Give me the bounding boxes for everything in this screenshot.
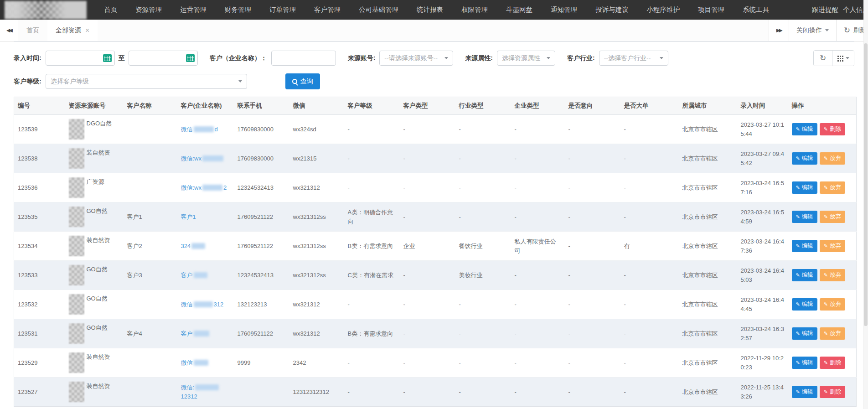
company-link[interactable]: 微信 — [181, 359, 209, 366]
nav-item[interactable]: 投诉与建议 — [586, 0, 638, 20]
tab-scroll-left-button[interactable]: ◀◀ — [0, 20, 18, 41]
filter-panel: 录入时间: 至 客户（企业名称）： 来源账号: --请选择来源账号-- — [14, 41, 854, 89]
edit-pencil-icon: ✎ — [824, 389, 828, 395]
company-link[interactable]: 微信d — [181, 126, 218, 133]
edit-button[interactable]: ✎编辑 — [792, 152, 817, 165]
customer-name-label: 客户（企业名称）： — [210, 54, 267, 62]
nav-item[interactable]: 项目管理 — [689, 0, 734, 20]
cell-operations: ✎编辑✎删除 — [788, 378, 857, 407]
cell-customer-type: - — [400, 319, 455, 348]
tab-scroll-right-button[interactable]: ▶▶ — [769, 20, 789, 41]
company-link-text: 客户1 — [181, 213, 196, 220]
edit-pencil-icon: ✎ — [824, 331, 828, 337]
source-account-text: 装自然资 — [87, 352, 110, 362]
source-account-select[interactable]: --请选择来源账号-- — [379, 51, 453, 66]
company-link[interactable]: 324 — [181, 243, 207, 249]
close-operations-dropdown[interactable]: 关闭操作 — [789, 20, 836, 41]
customer-name-input[interactable] — [271, 51, 336, 66]
edit-button[interactable]: ✎编辑 — [792, 240, 817, 252]
tab[interactable]: 全部资源× — [47, 20, 98, 41]
company-link[interactable]: 微信:wx2 — [181, 184, 227, 191]
edit-button[interactable]: ✎编辑 — [792, 123, 817, 135]
nav-item[interactable]: 公司基础管理 — [350, 0, 408, 20]
abandon-button[interactable]: ✎放弃 — [820, 240, 845, 252]
company-link-text: 客户 — [181, 272, 193, 279]
delete-button[interactable]: ✎删除 — [820, 386, 845, 398]
customer-industry-label: 客户行业: — [567, 54, 595, 62]
table-row: 123529装自然资微信99992342------北京市市辖区2022-11-… — [14, 348, 857, 378]
company-link[interactable]: 微信:12312 — [181, 384, 220, 400]
nav-item[interactable]: 财务管理 — [216, 0, 260, 20]
cell-id: 123527 — [14, 378, 65, 407]
edit-button[interactable]: ✎编辑 — [792, 386, 817, 398]
entry-time-filter: 录入时间: 至 — [14, 51, 198, 66]
nav-item[interactable]: 斗墨网盘 — [497, 0, 542, 20]
edit-button[interactable]: ✎编辑 — [792, 269, 817, 281]
abandon-button[interactable]: ✎放弃 — [820, 181, 845, 194]
cell-intent: - — [565, 144, 620, 173]
company-link[interactable]: 微信:wx — [181, 155, 225, 162]
columns-toggle-button[interactable] — [832, 51, 854, 66]
tabbar-right-controls: ▶▶ 关闭操作 ↻ 刷新 — [769, 20, 868, 41]
search-button[interactable]: 查询 — [285, 73, 320, 89]
cell-enterprise-type: - — [511, 290, 565, 319]
table-row: 123534装自然资客户232417609521122wx321312ssB类：… — [14, 232, 857, 261]
nav-item[interactable]: 系统工具 — [734, 0, 778, 20]
nav-item[interactable]: 通知管理 — [542, 0, 586, 20]
abandon-button[interactable]: ✎放弃 — [820, 152, 845, 165]
customer-industry-select[interactable]: --选择客户行业-- — [599, 51, 668, 66]
cell-enterprise-type: - — [511, 115, 565, 144]
company-link[interactable]: 微信312 — [181, 301, 224, 308]
nav-item[interactable]: 资源管理 — [126, 0, 171, 20]
tab[interactable]: 首页 — [18, 20, 47, 41]
edit-pencil-icon: ✎ — [796, 185, 800, 191]
company-link[interactable]: 客户 — [181, 272, 208, 279]
delete-button[interactable]: ✎删除 — [820, 357, 845, 369]
cell-industry: - — [455, 202, 511, 232]
delete-button[interactable]: ✎删除 — [820, 123, 845, 135]
abandon-button[interactable]: ✎放弃 — [820, 327, 845, 340]
calendar-icon[interactable] — [103, 54, 112, 62]
source-account-text: 装自然资 — [87, 148, 110, 157]
edit-button[interactable]: ✎编辑 — [792, 327, 817, 340]
edit-button[interactable]: ✎编辑 — [792, 211, 817, 223]
nav-items: 首页资源管理运营管理财务管理订单管理客户管理公司基础管理统计报表权限管理斗墨网盘… — [95, 0, 778, 20]
cell-city: 北京市市辖区 — [679, 115, 737, 144]
nav-item[interactable]: 小程序维护 — [638, 0, 689, 20]
cell-customer-name — [124, 144, 177, 173]
abandon-button[interactable]: ✎放弃 — [820, 211, 845, 223]
cell-city: 北京市市辖区 — [679, 202, 737, 232]
edit-pencil-icon: ✎ — [796, 301, 800, 307]
nav-right-item[interactable]: 跟进提醒 — [810, 0, 841, 20]
company-link[interactable]: 客户 — [181, 330, 210, 337]
nav-item[interactable]: 首页 — [95, 0, 126, 20]
refresh-table-button[interactable]: ↻ — [814, 51, 832, 66]
cell-wechat: 2342 — [289, 348, 344, 378]
close-icon[interactable]: × — [85, 27, 89, 34]
main-content: 录入时间: 至 客户（企业名称）： 来源账号: --请选择来源账号-- — [0, 41, 868, 409]
edit-button[interactable]: ✎编辑 — [792, 181, 817, 194]
nav-item[interactable]: 订单管理 — [260, 0, 305, 20]
company-link-text: 12312 — [181, 393, 197, 400]
cell-big-order: - — [620, 173, 679, 202]
edit-button[interactable]: ✎编辑 — [792, 357, 817, 369]
nav-item[interactable]: 权限管理 — [452, 0, 497, 20]
edit-button[interactable]: ✎编辑 — [792, 298, 817, 311]
abandon-button[interactable]: ✎放弃 — [820, 269, 845, 281]
cell-industry: - — [455, 173, 511, 202]
nav-item[interactable]: 统计报表 — [408, 0, 452, 20]
cell-level: - — [344, 348, 400, 378]
scrollbar-thumb[interactable] — [864, 43, 868, 326]
blur-patch — [69, 119, 84, 140]
nav-item[interactable]: 客户管理 — [305, 0, 350, 20]
customer-level-select[interactable]: 选择客户等级 — [46, 74, 247, 89]
blur-patch — [194, 360, 208, 366]
column-header: 所属城市 — [679, 97, 737, 115]
company-link[interactable]: 客户1 — [181, 213, 196, 220]
cell-company: 客户 — [177, 261, 234, 290]
vertical-scrollbar[interactable] — [863, 0, 868, 409]
calendar-icon[interactable] — [186, 54, 195, 62]
abandon-button[interactable]: ✎放弃 — [820, 298, 845, 311]
source-attr-select[interactable]: 选择资源属性 — [497, 51, 555, 66]
nav-item[interactable]: 运营管理 — [171, 0, 216, 20]
